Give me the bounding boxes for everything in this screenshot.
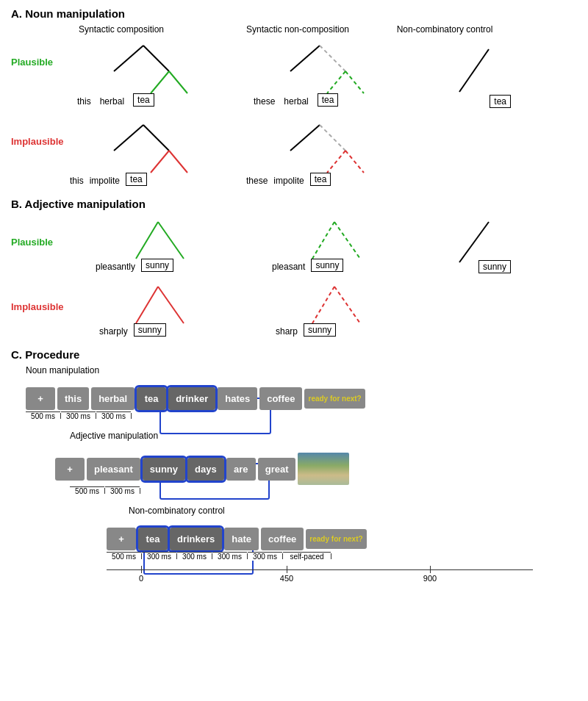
tree-b-plausible-3: sunny	[408, 215, 526, 273]
word-these-a2p: these	[254, 96, 275, 107]
proc-plus-noun: +	[26, 387, 55, 410]
tree-a-implausible-2: these impolite tea	[232, 114, 408, 187]
timeline-label-900: 900	[423, 574, 437, 583]
tree-b-implausible-2: sharp sunny	[232, 279, 408, 338]
svg-line-7	[345, 71, 364, 93]
row-implausible-a: Implausible this impolite tea	[11, 114, 577, 187]
svg-line-4	[290, 46, 320, 71]
word-tea-a1p: tea	[133, 93, 154, 107]
word-impolite-a2i: impolite	[273, 176, 304, 186]
noun-sequence: + this herbal tea drinker hates coffee r…	[26, 387, 577, 410]
row-plausible-a: Plausible this herbal tea	[11, 35, 577, 108]
svg-line-23	[158, 287, 184, 323]
section-b-title: B. Adjective manipulation	[11, 198, 577, 210]
section-a: A. Noun manipulation Syntactic compositi…	[11, 7, 577, 187]
section-b: B. Adjective manipulation Plausible plea…	[11, 198, 577, 338]
word-sharply-b1i: sharply	[99, 326, 128, 337]
proc-tea-noun: tea	[137, 387, 166, 410]
timeline: 0 450 900	[107, 564, 577, 582]
word-sunny-b2p: sunny	[311, 259, 343, 272]
section-c: C. Procedure Noun manipulation Analysis …	[11, 348, 577, 582]
word-herbal-a2p: herbal	[284, 96, 308, 107]
svg-line-0	[114, 46, 143, 71]
word-sharp-b2i: sharp	[276, 326, 298, 337]
col-header-3: Non-combinatory control	[386, 24, 503, 35]
proc-coffee-noun: coffee	[259, 387, 302, 410]
svg-line-12	[169, 151, 187, 173]
proc-sunny-adj: sunny	[143, 458, 185, 481]
svg-line-3	[169, 71, 187, 93]
tree-a-plausible-1: this herbal tea	[55, 35, 232, 108]
implausible-label-a: Implausible	[11, 114, 55, 147]
proc-plus-ncc: +	[107, 528, 136, 550]
word-tea-a3p: tea	[490, 95, 511, 108]
svg-line-22	[136, 287, 158, 323]
plausible-label-a: Plausible	[11, 35, 55, 68]
proc-pleasant-adj: pleasant	[87, 458, 140, 481]
plausible-label-b: Plausible	[11, 215, 55, 248]
tree-b-implausible-3	[408, 279, 526, 338]
svg-line-8	[459, 49, 489, 92]
column-headers-a: Syntactic composition Syntactic non-comp…	[33, 24, 577, 35]
svg-line-5	[320, 46, 345, 71]
adj-procedure-row: Adjective manipulation + pleasant sunny …	[11, 431, 577, 495]
col-header-1: Syntactic composition	[33, 24, 209, 35]
ncc-proc-label: Non-combinatory control	[129, 506, 577, 516]
row-implausible-b: Implausible sharply sunny	[11, 279, 577, 338]
ncc-procedure-row: Non-combinatory control + tea drinkers h…	[11, 506, 577, 582]
implausible-label-b: Implausible	[11, 279, 55, 312]
proc-ready-noun: ready for next?	[304, 389, 365, 409]
proc-drinker-noun: drinker	[168, 387, 215, 410]
tree-a-plausible-3: tea	[408, 35, 526, 108]
svg-line-25	[334, 287, 360, 323]
svg-line-14	[320, 125, 345, 151]
svg-line-1	[143, 46, 169, 71]
word-impolite-a1i: impolite	[90, 176, 120, 186]
svg-line-19	[312, 222, 334, 259]
svg-line-13	[290, 125, 320, 151]
svg-line-10	[143, 125, 169, 151]
noun-procedure-row: Noun manipulation Analysis window + this…	[11, 365, 577, 420]
proc-herbal-noun: herbal	[91, 387, 135, 410]
proc-coffee-ncc: coffee	[261, 528, 304, 550]
tree-a-implausible-1: this impolite tea	[55, 114, 232, 187]
proc-hate-ncc: hate	[224, 528, 259, 550]
noun-proc-label: Noun manipulation	[26, 365, 577, 375]
word-herbal-a1p: herbal	[100, 96, 124, 107]
word-sunny-b2i: sunny	[304, 323, 336, 337]
svg-line-6	[327, 71, 345, 93]
tree-b-plausible-1: pleasantly sunny	[55, 215, 232, 273]
proc-plus-adj: +	[55, 458, 85, 481]
col-header-2: Syntactic non-composition	[209, 24, 386, 35]
word-sunny-b3p: sunny	[478, 260, 511, 273]
row-plausible-b: Plausible pleasantly sunny	[11, 215, 577, 273]
proc-drinkers-ncc: drinkers	[170, 528, 222, 550]
proc-great-adj: great	[258, 458, 296, 481]
word-this-a1p: this	[77, 96, 91, 107]
adj-sequence: + pleasant sunny days are great	[55, 453, 577, 485]
svg-line-21	[459, 222, 489, 262]
svg-line-17	[136, 222, 158, 259]
tree-a-plausible-2: these herbal tea	[232, 35, 408, 108]
tree-a-implausible-3	[408, 114, 526, 187]
svg-line-20	[334, 222, 360, 259]
ncc-sequence: + tea drinkers hate coffee ready for nex…	[107, 528, 577, 550]
word-pleasant-b2p: pleasant	[272, 262, 305, 272]
word-sunny-b1p: sunny	[141, 259, 173, 272]
proc-days-adj: days	[187, 458, 224, 481]
svg-line-15	[327, 151, 345, 173]
svg-line-9	[114, 125, 143, 151]
timeline-label-0: 0	[139, 574, 143, 583]
proc-this-noun: this	[57, 387, 89, 410]
proc-tea-ncc: tea	[138, 528, 168, 550]
tree-b-plausible-2: pleasant sunny	[232, 215, 408, 273]
word-tea-a2i: tea	[310, 173, 331, 186]
proc-are-adj: are	[226, 458, 256, 481]
section-c-title: C. Procedure	[11, 348, 577, 361]
word-this-a1i: this	[70, 176, 84, 186]
svg-line-18	[158, 222, 184, 259]
svg-line-16	[345, 151, 364, 173]
adj-proc-label: Adjective manipulation	[70, 431, 577, 441]
word-these-a2i: these	[246, 176, 268, 186]
word-sunny-b1i: sunny	[134, 323, 166, 337]
